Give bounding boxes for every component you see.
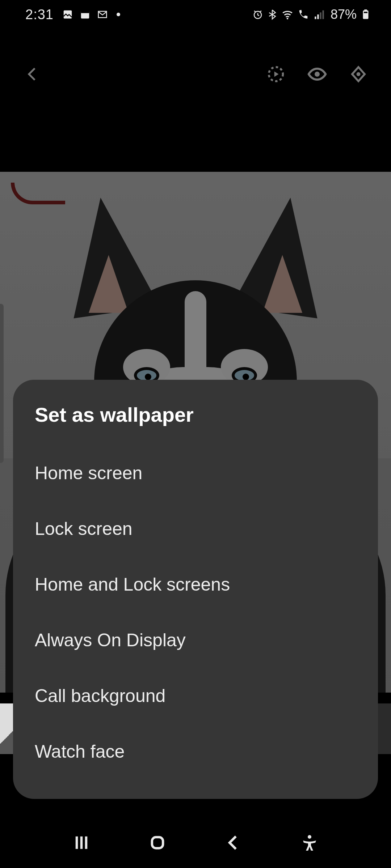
option-home-and-lock[interactable]: Home and Lock screens — [35, 557, 356, 612]
option-watch-face[interactable]: Watch face — [35, 724, 356, 779]
alarm-icon — [252, 9, 263, 20]
option-home-screen[interactable]: Home screen — [35, 445, 356, 501]
svg-rect-9 — [363, 10, 369, 19]
gmail-icon — [97, 9, 108, 20]
nav-back-button[interactable] — [221, 830, 246, 855]
back-button[interactable] — [22, 63, 43, 85]
toolbar-actions — [265, 63, 369, 85]
nav-recents-button[interactable] — [69, 830, 94, 855]
svg-rect-8 — [322, 10, 324, 19]
app-toolbar — [0, 52, 391, 96]
wifi-icon — [281, 8, 294, 21]
svg-rect-5 — [315, 17, 316, 19]
option-always-on-display[interactable]: Always On Display — [35, 612, 356, 668]
signal-icon — [313, 8, 325, 21]
dialog-title: Set as wallpaper — [35, 403, 356, 426]
nav-accessibility-button[interactable] — [297, 830, 322, 855]
status-bar: 2:31 87% — [0, 0, 391, 29]
set-as-wallpaper-dialog: Set as wallpaper Home screen Lock screen… — [13, 380, 378, 799]
more-dot-icon — [117, 13, 120, 16]
svg-rect-2 — [81, 11, 89, 13]
svg-rect-10 — [364, 9, 367, 11]
svg-rect-6 — [317, 14, 319, 19]
option-call-background[interactable]: Call background — [35, 668, 356, 724]
svg-rect-11 — [364, 12, 367, 13]
svg-rect-7 — [320, 12, 321, 19]
option-lock-screen[interactable]: Lock screen — [35, 501, 356, 557]
smartthings-icon[interactable] — [348, 63, 369, 85]
edge-panel-handle[interactable] — [0, 304, 4, 463]
gallery-icon — [62, 9, 73, 20]
preview-eye-icon[interactable] — [306, 63, 328, 85]
status-bar-left: 2:31 — [25, 7, 120, 22]
navigation-bar — [0, 817, 391, 868]
battery-icon — [360, 9, 371, 20]
status-bar-right: 87% — [252, 7, 371, 22]
svg-point-16 — [308, 835, 311, 839]
today-icon — [80, 9, 91, 20]
nav-home-button[interactable] — [145, 830, 170, 855]
svg-rect-15 — [152, 837, 163, 848]
svg-point-13 — [315, 72, 320, 77]
svg-point-4 — [287, 18, 289, 20]
bluetooth-icon — [267, 9, 278, 20]
motion-photo-icon[interactable] — [265, 63, 287, 85]
battery-percent: 87% — [331, 7, 357, 22]
status-clock: 2:31 — [25, 7, 54, 22]
svg-point-14 — [357, 72, 361, 76]
volte-icon — [297, 8, 310, 21]
